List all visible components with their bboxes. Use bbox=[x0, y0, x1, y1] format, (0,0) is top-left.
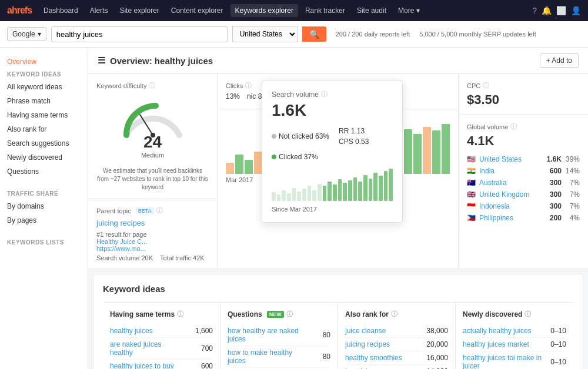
kw-link[interactable]: healthy juices toi make in juicer bbox=[463, 354, 543, 369]
country-name[interactable]: India bbox=[479, 167, 537, 175]
nav-dashboard[interactable]: Dashboard bbox=[39, 4, 83, 17]
country-vol: 1.6K bbox=[541, 155, 562, 163]
kw-link[interactable]: juicing recipes bbox=[345, 340, 419, 348]
kw-link[interactable]: healthy juices market bbox=[463, 340, 543, 348]
newly-discovered-rows: actually healthy juices0–10healthy juice… bbox=[463, 324, 566, 369]
main-layout: Overview KEYWORD IDEAS All keyword ideas… bbox=[0, 48, 588, 369]
kd-label: Keyword difficulty ⓘ bbox=[96, 81, 209, 90]
clicks-info-icon[interactable]: ⓘ bbox=[245, 81, 252, 90]
sidebar-item-all-keyword-ideas[interactable]: All keyword ideas bbox=[0, 80, 88, 94]
newly-discovered-info-icon[interactable]: ⓘ bbox=[524, 310, 531, 318]
country-name[interactable]: Indonesia bbox=[479, 202, 537, 210]
kw-vol: 700 bbox=[183, 344, 213, 353]
nav-content-explorer[interactable]: Content explorer bbox=[166, 4, 228, 17]
nav-alerts[interactable]: Alerts bbox=[85, 4, 113, 17]
also-rank-for-info-icon[interactable]: ⓘ bbox=[391, 310, 397, 318]
engine-label: Google bbox=[12, 30, 35, 38]
parent-topic-link[interactable]: juicing recipes bbox=[96, 219, 145, 227]
vol-chart-bar bbox=[423, 127, 431, 174]
table-row: best juicer14,000 bbox=[345, 365, 448, 369]
engine-select[interactable]: Google ▾ bbox=[7, 27, 46, 41]
nav-site-explorer[interactable]: Site explorer bbox=[115, 4, 163, 17]
kw-link[interactable]: healthy smoothies bbox=[345, 354, 419, 362]
cps-value: CPS 0.53 bbox=[339, 137, 369, 146]
sidebar-item-search-suggestions[interactable]: Search suggestions bbox=[0, 136, 88, 150]
kw-range: 0–10 bbox=[543, 327, 566, 335]
chart-bar bbox=[358, 182, 362, 201]
sidebar-item-phrase-match[interactable]: Phrase match bbox=[0, 94, 88, 108]
sidebar-item-questions[interactable]: Questions bbox=[0, 165, 88, 179]
search-info: 200 / 200 daily reports left 5,000 / 5,0… bbox=[336, 31, 536, 38]
table-row: how healthy are naked juices80 bbox=[228, 324, 330, 346]
questions-info-icon[interactable]: ⓘ bbox=[286, 310, 293, 318]
parent-topic-info-icon[interactable]: ⓘ bbox=[156, 206, 163, 215]
sidebar-item-newly-discovered[interactable]: Newly discovered bbox=[0, 150, 88, 165]
sidebar-item-by-pages[interactable]: By pages bbox=[0, 213, 88, 227]
sidebar-item-having-same-terms[interactable]: Having same terms bbox=[0, 108, 88, 122]
sv-clicked: Clicked 37% bbox=[272, 153, 393, 161]
country-pct: 7% bbox=[565, 190, 580, 199]
country-name[interactable]: United States bbox=[479, 155, 537, 163]
chart-bar bbox=[277, 194, 281, 201]
nav-site-audit[interactable]: Site audit bbox=[352, 4, 391, 17]
engine-chevron-icon: ▾ bbox=[38, 30, 41, 38]
chart-bar bbox=[297, 192, 301, 201]
cpc-value: $3.50 bbox=[467, 92, 580, 108]
chart-bar bbox=[348, 180, 352, 201]
chart-bar bbox=[323, 186, 327, 201]
top-nav: ahrefs Dashboard Alerts Site explorer Co… bbox=[0, 0, 588, 21]
sv-popup-info-icon[interactable]: ⓘ bbox=[321, 90, 328, 99]
having-same-terms-col: Having same terms ⓘ healthy juices1,600a… bbox=[103, 303, 220, 369]
having-same-terms-info-icon[interactable]: ⓘ bbox=[177, 310, 183, 318]
chart-bar bbox=[328, 182, 332, 201]
user-icon[interactable]: 👤 bbox=[571, 6, 581, 15]
chart-bar bbox=[308, 186, 312, 201]
kw-vol: 80 bbox=[301, 331, 330, 339]
country-row: 🇮🇳India60014% bbox=[467, 165, 580, 177]
kw-link[interactable]: juice cleanse bbox=[345, 327, 419, 335]
sidebar-section-title-keyword-ideas: KEYWORD IDEAS bbox=[0, 69, 88, 80]
parent-topic-result-name[interactable]: Healthy Juice C... bbox=[96, 238, 209, 245]
vol-chart-bar bbox=[226, 163, 234, 174]
add-to-button[interactable]: + Add to bbox=[540, 53, 579, 68]
kd-info-icon[interactable]: ⓘ bbox=[149, 81, 155, 90]
chart-bar bbox=[373, 173, 377, 201]
country-name[interactable]: Philippines bbox=[479, 214, 537, 222]
search-input[interactable] bbox=[51, 26, 228, 42]
table-row: juicing recipes20,000 bbox=[345, 338, 448, 351]
kw-link[interactable]: actually healthy juices bbox=[463, 327, 543, 335]
kd-content: Keyword difficulty ⓘ bbox=[88, 74, 217, 199]
parent-topic-section: Parent topic BETA ⓘ juicing recipes #1 r… bbox=[88, 199, 217, 269]
nav-keywords-explorer[interactable]: Keywords explorer bbox=[230, 4, 298, 17]
table-row: juice cleanse38,000 bbox=[345, 324, 448, 338]
vol-chart-bar bbox=[235, 155, 243, 174]
country-name[interactable]: United Kingdom bbox=[479, 190, 537, 199]
search-button[interactable]: 🔍 bbox=[302, 26, 326, 42]
kw-link[interactable]: healthy juices bbox=[110, 327, 183, 335]
nav-more[interactable]: More ▾ bbox=[393, 4, 425, 17]
kw-vol: 1,600 bbox=[183, 327, 213, 335]
parent-topic-result-url[interactable]: https://www.mo... bbox=[96, 245, 209, 252]
sidebar-item-by-domains[interactable]: By domains bbox=[0, 199, 88, 213]
sidebar-item-also-rank-for[interactable]: Also rank for bbox=[0, 122, 88, 136]
sv-stats: Not clicked 63% RR 1.13 CPS 0.53 bbox=[272, 127, 393, 146]
kw-link[interactable]: how to make healthy juices bbox=[228, 348, 301, 365]
global-volume-info-icon[interactable]: ⓘ bbox=[510, 122, 517, 131]
nav-rank-tracker[interactable]: Rank tracker bbox=[300, 4, 350, 17]
kw-link[interactable]: are naked juices healthy bbox=[110, 340, 183, 357]
country-select[interactable]: United States bbox=[232, 26, 298, 42]
help-icon[interactable]: ? bbox=[532, 6, 537, 15]
chart-bar bbox=[287, 193, 291, 201]
kw-link[interactable]: how healthy are naked juices bbox=[228, 327, 301, 343]
bell-icon[interactable]: 🔔 bbox=[542, 6, 552, 15]
sidebar-overview[interactable]: Overview bbox=[0, 55, 88, 69]
vol-chart-bar bbox=[432, 130, 440, 174]
chart-bar bbox=[384, 171, 388, 201]
having-same-terms-rows: healthy juices1,600are naked juices heal… bbox=[110, 324, 213, 369]
cpc-info-icon[interactable]: ⓘ bbox=[483, 81, 489, 90]
country-name[interactable]: Australia bbox=[479, 179, 537, 187]
kw-link[interactable]: healthy juices to buy bbox=[110, 362, 183, 369]
questions-new-badge: NEW bbox=[267, 311, 284, 318]
screen-icon[interactable]: ⬜ bbox=[556, 6, 566, 15]
sv-rr-cps: RR 1.13 CPS 0.53 bbox=[339, 127, 369, 146]
